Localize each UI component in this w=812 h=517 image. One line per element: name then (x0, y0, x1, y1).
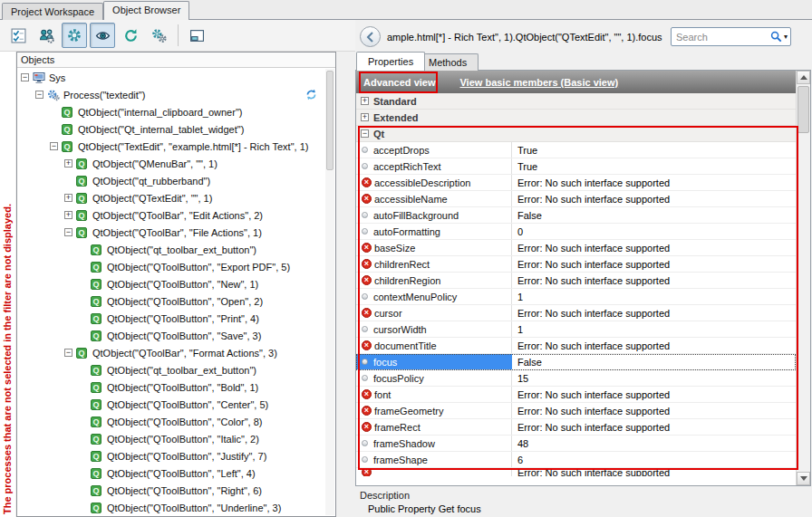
filter-note-text: The processes that are not selected in t… (2, 204, 13, 514)
tree-node[interactable]: QQtObject("QToolButton", "Justify", 7) (17, 447, 324, 464)
highlight-object-button[interactable] (90, 23, 115, 48)
property-row[interactable]: ×documentTitleError: No such interface s… (356, 338, 796, 354)
tree-node[interactable]: −Process("textedit") (17, 86, 324, 103)
property-value: Error: No such interface supported (512, 387, 796, 402)
settings-button[interactable] (62, 23, 87, 48)
collapse-icon[interactable]: − (361, 129, 369, 138)
tree-node[interactable]: +QQtObject("QToolBar", "Edit Actions", 2… (17, 206, 324, 224)
property-row[interactable]: autoFormatting0 (356, 224, 796, 240)
scrollbar-thumb[interactable] (798, 86, 809, 133)
property-row[interactable]: acceptRichTextTrue (356, 158, 796, 175)
tree-scrollbar-thumb[interactable] (326, 71, 334, 170)
tab-project-workspace[interactable]: Project Workspace (2, 3, 103, 20)
collapse-icon[interactable]: − (64, 228, 72, 236)
property-row[interactable]: ×accessibleNameError: No such interface … (356, 191, 796, 207)
tree-node[interactable]: +QQtObject("QMenuBar", "", 1) (17, 155, 324, 172)
up-arrow-icon (800, 75, 807, 80)
search-icon[interactable] (770, 31, 782, 43)
scroll-down-button[interactable] (797, 472, 810, 485)
refresh-button[interactable] (118, 23, 143, 48)
tree-node[interactable]: −Sys (17, 69, 324, 86)
expand-icon[interactable]: + (361, 97, 369, 105)
tree-node[interactable]: QQtObject("qt_toolbar_ext_button") (17, 361, 324, 378)
tree-node[interactable]: −QQtObject("QToolBar", "Format Actions",… (17, 344, 324, 361)
tree-node-label: QtObject("TextEdit", "example.html[*] - … (78, 141, 308, 152)
tab-properties[interactable]: Properties (356, 52, 425, 71)
tree-node[interactable]: QQtObject("QToolButton", "Italic", 2) (17, 430, 324, 447)
tab-methods[interactable]: Methods (417, 53, 478, 71)
tree-node[interactable]: QQtObject("qt_toolbar_ext_button") (17, 241, 324, 258)
property-row[interactable]: contextMenuPolicy1 (356, 289, 796, 305)
property-name: focus (373, 357, 397, 368)
tree-node[interactable]: −QQtObject("TextEdit", "example.html[*] … (17, 138, 324, 155)
collapse-icon[interactable]: − (50, 142, 58, 150)
expand-icon[interactable]: + (64, 211, 72, 219)
property-row[interactable]: ×Error: No such interface supported (356, 468, 796, 476)
tree-node[interactable]: QQtObject("QToolButton", "Save", 3) (17, 327, 324, 344)
tree-node[interactable]: QQtObject("QToolButton", "Open", 2) (17, 292, 324, 310)
tree-node[interactable]: QQtObject("QToolButton", "New", 1) (17, 275, 324, 292)
property-row[interactable]: frameShape6 (356, 452, 796, 468)
property-row[interactable]: ×baseSizeError: No such interface suppor… (356, 240, 796, 256)
tree-node[interactable]: QQtObject("QToolButton", "Underline", 3) (17, 499, 324, 516)
scroll-up-button[interactable] (797, 71, 810, 84)
basic-view-link[interactable]: View basic members (Basic view) (459, 77, 618, 88)
section-extended[interactable]: +Extended (356, 110, 796, 126)
expand-icon[interactable]: + (64, 194, 72, 202)
expand-icon[interactable]: + (64, 159, 72, 168)
property-row[interactable]: cursorWidth1 (356, 321, 796, 338)
tree-node[interactable]: QQtObject("QToolButton", "Center", 5) (17, 396, 324, 413)
collapse-icon[interactable]: − (64, 349, 72, 357)
qtobject-icon: Q (62, 141, 72, 152)
tree-node[interactable]: QQtObject("qt_rubberband") (17, 172, 324, 189)
object-mapping-button[interactable] (34, 23, 59, 48)
property-value[interactable]: False (512, 354, 796, 369)
tree-node[interactable]: −QQtObject("QToolBar", "File Actions", 1… (17, 224, 324, 241)
collapse-icon[interactable]: − (21, 73, 29, 81)
property-row[interactable]: frameShadow48 (356, 436, 796, 452)
process-filter-button[interactable] (146, 23, 171, 48)
checked-objects-button[interactable] (5, 23, 31, 48)
property-name-cell: ×frameRect (356, 419, 512, 435)
back-button[interactable] (360, 26, 381, 47)
search-dropdown-icon[interactable]: ▾ (784, 33, 788, 41)
tree-node[interactable]: QQtObject("QToolButton", "Right", 6) (17, 482, 324, 499)
property-value: False (512, 207, 796, 223)
expand-icon[interactable]: + (361, 113, 369, 121)
collapse-icon[interactable]: − (35, 91, 44, 99)
qt-icon: Q (91, 433, 104, 445)
property-name: baseSize (374, 243, 415, 254)
property-row[interactable]: focusPolicy15 (356, 370, 796, 387)
property-row[interactable]: ×accessibleDescriptionError: No such int… (356, 175, 796, 191)
tree-node[interactable]: QQtObject("Qt_internal_tablet_widget") (17, 120, 324, 138)
tab-object-browser[interactable]: Object Browser (103, 1, 189, 20)
tree-node[interactable]: QQtObject("QToolButton", "Color", 8) (17, 413, 324, 430)
qt-icon: Q (62, 140, 75, 152)
advanced-view-label[interactable]: Advanced view (363, 77, 435, 88)
tree-node[interactable]: QQtObject("QToolButton", "Print", 4) (17, 310, 324, 327)
vertical-scrollbar[interactable] (796, 71, 810, 485)
property-row[interactable]: ×frameGeometryError: No such interface s… (356, 403, 796, 419)
property-row[interactable]: ×fontError: No such interface supported (356, 387, 796, 403)
qtobject-icon: Q (62, 107, 72, 118)
property-row[interactable]: focusFalse (356, 354, 796, 370)
tree-node[interactable]: QQtObject("QToolButton", "Bold", 1) (17, 378, 324, 396)
property-row[interactable]: autoFillBackgroundFalse (356, 207, 796, 224)
search-input[interactable] (676, 32, 770, 43)
tree-node[interactable]: QQtObject("internal_clipboard_owner") (17, 103, 324, 120)
tree-node[interactable]: QQtObject("QToolButton", "Left", 4) (17, 464, 324, 482)
tree-vertical-scrollbar[interactable] (325, 69, 334, 515)
property-row[interactable]: ×childrenRectError: No such interface su… (356, 256, 796, 273)
property-row[interactable]: ×frameRectError: No such interface suppo… (356, 419, 796, 436)
property-name: acceptDrops (373, 145, 430, 156)
property-name: cursor (374, 308, 402, 319)
tree-node[interactable]: +QQtObject("QTextEdit", "", 1) (17, 189, 324, 206)
section-qt[interactable]: −Qt (356, 126, 796, 142)
property-name: childrenRect (374, 259, 430, 270)
property-row[interactable]: ×cursorError: No such interface supporte… (356, 305, 796, 321)
property-row[interactable]: ×childrenRegionError: No such interface … (356, 273, 796, 289)
section-standard[interactable]: +Standard (356, 93, 796, 110)
panels-button[interactable] (184, 23, 209, 48)
tree-node[interactable]: QQtObject("QToolButton", "Export PDF", 5… (17, 258, 324, 275)
property-row[interactable]: acceptDropsTrue (356, 142, 796, 158)
